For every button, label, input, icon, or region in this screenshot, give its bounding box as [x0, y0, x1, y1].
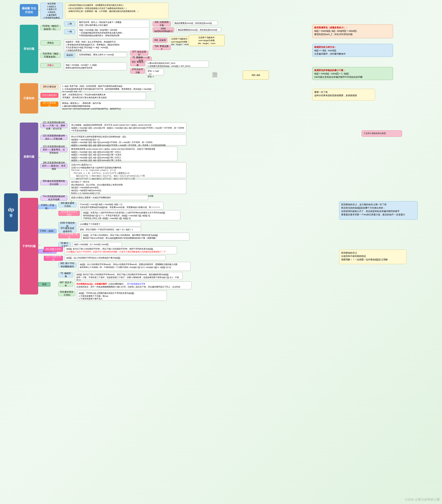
- note-zisulie-2: 想清楚dp的含义 分相等和不相等两种情况 画图理解！！一边画图一边对着dp[i]…: [339, 250, 407, 264]
- line-gupiao: [38, 157, 40, 158]
- node-121: 121.买卖股票的最佳时机——只有一次，两种结果：买与不买: [40, 123, 67, 128]
- content-yiwei: dp[j] = max(dp[j], dp[j - weight[i]] + v…: [77, 27, 149, 39]
- cat-zisulie-label: 子序列问题: [22, 244, 36, 248]
- node-123: 123.买卖股票的最佳时机III——最多两次，注意初始化: [40, 147, 67, 152]
- node-416: 416. 分割等和子集: [153, 21, 171, 26]
- cat-jichu-label: 基础题 引出方法论: [21, 6, 37, 14]
- node-zuixiao-label: 求最小: [40, 63, 61, 68]
- content-337: 树形dp（树形贪心），两种结果：偷与不偷 1.确定递归函数的参数和返回值 vec…: [61, 101, 155, 108]
- main-title-box: dp 青: [4, 193, 18, 232]
- content-583: dp[i][j]：以i-1为结尾的字符串word1，和以j-1结尾的字符串wor…: [78, 262, 190, 271]
- line-jichu: [38, 10, 40, 10]
- content-zuhe: dp[j]表示：填满（包括）这么大背包的包，有dp[j]种方法 1.拿有物品0的…: [64, 39, 149, 52]
- node-337: 337.打家劫舍 III: [40, 102, 58, 107]
- content-1049: 物品的重量是stones[i]，其价值也是stones[i]: [176, 27, 221, 32]
- node-516: 516.最长回文子序列: [58, 291, 75, 296]
- note-beibao-1: 能否装满背包（或最多装多少）： dp[j] = max(dp[j], dp[j …: [312, 24, 393, 38]
- content-115: dp[i][j]：以j-1为结尾的子序列在以i-1为结尾dp的个数为dp[i][…: [65, 255, 166, 260]
- content-1035: 1143覆盖了个外套罢了: [78, 222, 141, 227]
- cat-beibao: 背包问题: [20, 25, 38, 73]
- node-583: 583. 两个字符串的删除操作: [58, 263, 76, 268]
- content-714: 就是122基础上需要多一次减去手续费的操作: [70, 195, 148, 200]
- content-416: 物品的重量是nums[i]，其价值也是nums[i]: [173, 21, 218, 25]
- cat-gupiao: 股票问题: [20, 123, 38, 191]
- content-647: 布尔类型的dp[i][j]，注意遍历顺序（注意从哪里遍历），对于是否是回文字串 …: [75, 281, 192, 289]
- page-container: 力扣进度 dp 青 基础题 引出方法论 背包问题 打家劫舍 股票问题 子序列问题…: [0, 0, 442, 504]
- note-zisulie-1: 想清楚dp的含义，这大题的dp含义都一目了然 然后想当前的dp[i][j]是由哪…: [339, 201, 418, 220]
- content-1143: dp[i][j]：长度为[1, i-1]的字符串text1与长度为[0, 1-1…: [82, 210, 180, 220]
- node-subseq-lianxu: 子序列（连续）: [38, 229, 57, 233]
- node-674: 674.最长连续递增序列: [58, 228, 76, 233]
- cat-beibao-label: 背包问题: [24, 47, 34, 51]
- node-qiupai: 求排列: [64, 53, 75, 58]
- note-beibao-3: 装满背包所有物品的最小个数： dp[j] = min(dp[j - coins[…: [312, 67, 393, 80]
- node-377: 377. 组合总和 IV: [130, 51, 148, 55]
- node-subseq-label: 子序列（不连续）: [38, 205, 57, 209]
- content-123: 要考虑情况种类 vector<vector<int>> dp(len, vect…: [70, 146, 177, 161]
- node-1035: 1035.不相交的线: [58, 222, 76, 227]
- node-714: 714.买卖股票的最佳时机含手续费: [40, 196, 67, 200]
- node-188: 188.买卖股票的最佳时机IV——最多k次，奇买偶卖: [40, 163, 67, 168]
- content-300: if (nums[i] > nums[j]) dp[i] = max(dp[i]…: [78, 202, 164, 210]
- node-494-note: 注意两个无解条件: sum+target为奇数 abs（target）>sum: [189, 35, 225, 46]
- content-jichu: （1和4的作用超出五步越简单，4的重要性在背包问题尤为突出） （2在3之前是因为…: [65, 3, 169, 19]
- content-213: 成环，分首尾情况讨论！可以把rob操作抽离出来 序序遍历，因为用已经计算出来的值…: [61, 92, 146, 100]
- node-647: 647. 回文子串: [58, 282, 73, 287]
- node-yiwei: 一维: [64, 29, 75, 34]
- content-72: dp[i][j]: 表示以下标i-1为结尾的字符串word1，和以下标j-1为结…: [75, 272, 183, 280]
- content-674: 连续，所以只能前一个状态导当前状态：dp[i + 1] = dp[i] + 1: [78, 227, 141, 232]
- node-392: 392.判断子序列: [44, 247, 63, 252]
- node-494-ata: 494. AtA: [243, 71, 269, 80]
- note-sanci: 三次买入初始化有点意思: [362, 130, 402, 137]
- content-309: 自己想出了一种方法 把j=0初始化后，从j=2开始，在122题的基础上考虑冷却期…: [70, 180, 187, 194]
- node-erwei: 二维: [64, 21, 75, 26]
- node-115: 115.不同的子序列: [44, 256, 63, 261]
- note-beibao-2: 装满背包有几种方法： dp[j] += dp[j - nums[i]]; 注意遍…: [312, 44, 393, 57]
- content-121: 贪心也能做，dp[0][0]记录两种结果：买与不买 vector<vector<…: [70, 123, 187, 133]
- cat-jichu: 基础题 引出方法论: [20, 4, 38, 17]
- node-qiuzuhe: 求组合: [40, 40, 61, 45]
- content-122: 和121不同是买入的时候需要考虑之前卖出后的剩余dp[i - 1][1] dp[…: [70, 134, 187, 145]
- node-72: 72. 编辑距离: [58, 272, 73, 277]
- content-zuixiao: dp[j] = min(dp[j - coins[i]] + 1, dp[j])…: [64, 62, 127, 70]
- main-title-dp: dp: [8, 207, 14, 213]
- note-dajia: 看图一目了然 这种分结果考虑的思路很重要，多摸摸摸摸: [312, 89, 375, 101]
- cat-dajia: 打家劫舍: [20, 83, 38, 113]
- content-279: 背包: 1->sqrt（n） 背包: n: [146, 69, 164, 75]
- cat-dajia-label: 打家劫舍: [24, 96, 34, 100]
- node-518: 518. 零钱兑换 II: [153, 45, 171, 50]
- content-erwei: 顺序无所谓，因为上一层的值不会被下一层覆盖且第二层for循环要从小到大遍历: [77, 20, 149, 28]
- node-wanquan: 完全背包（物品可重复使用）: [40, 53, 61, 58]
- node-718: 718.最长重复子数组: [58, 233, 80, 238]
- node-309: 309.最佳买卖股票时机含冷冻期: [40, 180, 67, 185]
- content-322: 1.要min所以初始化为INT_MAX 2.后续要注意初始化(dp[j - co…: [146, 61, 209, 68]
- content-516: dp[i][j]：字符串s在[i, j]范围内最长的回文子序列的长度为dp[i]…: [77, 291, 167, 301]
- node-198: 198.打家劫舍: [40, 84, 58, 89]
- watermark: CSDN @努力自学的小爱: [405, 498, 440, 502]
- node-279: 279.完全平方数: [130, 69, 145, 73]
- content-198: 1. dp[i]: 考虑下标i（包括）以内的房屋，最多可以偷窃的金额为dp[i]…: [61, 84, 155, 91]
- node-213: 213.打家劫舍II: [40, 93, 58, 98]
- node-494: 494. 目标和: [153, 38, 167, 43]
- node-122: 122.买卖股票的最佳时机II——不限次数: [40, 135, 67, 140]
- node-huiwen-label: 回文: [38, 282, 51, 287]
- main-title-sub: 青: [9, 214, 13, 218]
- cat-gupiao-label: 股票问题: [24, 155, 34, 159]
- content-718: dp[i][j]：以下标i-1为结尾的A，和以下标j-1为结尾的B，最长重复子数…: [82, 233, 189, 241]
- node-322: 322. 零钱兑换: [130, 61, 145, 66]
- content-pailie: 先背包再物品，要加上条件 j>= nums[i]: [77, 52, 127, 57]
- node-1143: 1143.最长公共子序列: [58, 211, 80, 216]
- node-01beibao: 01背包（物品只能使用一次）: [40, 25, 61, 30]
- content-392: dp[i][j]: 表示以下标i-1为结尾的字符串s，和以下标j-1为结尾的字符…: [65, 246, 177, 254]
- cat-zisulie: 子序列问题: [20, 198, 38, 294]
- node-300: 300.最长递增子序列: [58, 202, 76, 207]
- content-53: dp[i] = max(dp[i - 1] + nums[i], nums[i]…: [72, 242, 122, 247]
- node-dp-wubu: dp五部曲1.dp[]含义2.递推公式3.初始化4.遍历顺序5.举例推导dp数组: [40, 3, 63, 19]
- line-zisulie: [38, 245, 40, 245]
- node-1049: 1049. lastStoneWeight II: [153, 27, 174, 32]
- content-188: 注意j<2*k-1是因为j=+2 注意0-2=2*k都是偶然不是+2这样而不是直…: [70, 162, 187, 178]
- line-dajia: [38, 99, 40, 99]
